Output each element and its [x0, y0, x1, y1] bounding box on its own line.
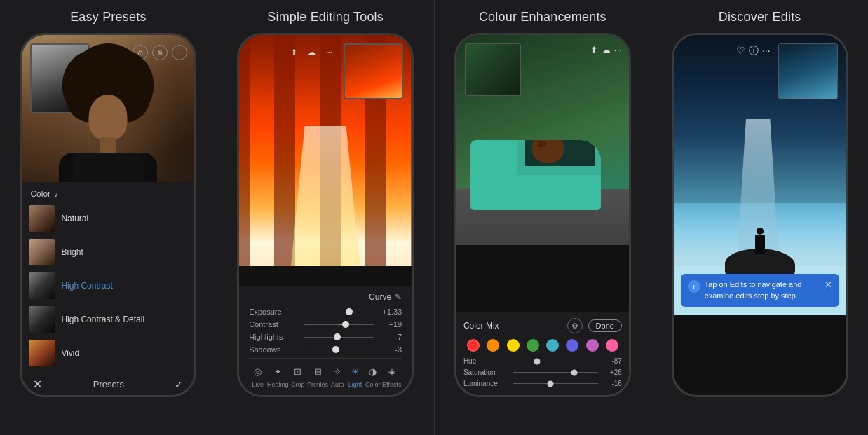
p3-settings-icon[interactable]: ⚙	[567, 318, 583, 333]
p3-more-icon[interactable]: ···	[614, 45, 622, 55]
p2-tool-effects[interactable]: ◈ Effects	[382, 363, 401, 388]
p1-face	[89, 95, 128, 140]
p3-dot-orange[interactable]	[487, 339, 499, 352]
p3-luminance-label: Luminance	[463, 380, 509, 387]
p1-more-icon[interactable]: ···	[172, 45, 187, 60]
p2-tool-live[interactable]: ◎ Live	[250, 363, 266, 388]
p3-luminance-row: Luminance -16	[463, 380, 622, 387]
p1-presets-label: Presets	[93, 379, 124, 389]
p3-dot-purple[interactable]	[586, 339, 599, 352]
p2-exposure-label: Exposure	[249, 308, 298, 316]
p1-preset-thumb-natural	[29, 205, 55, 232]
panel2-title: Simple Editing Tools	[217, 0, 434, 32]
p2-curve-header: Curve ✎	[249, 292, 402, 302]
p4-tooltip-info-icon: i	[688, 280, 700, 293]
p2-highlights-row: Highlights -7	[249, 333, 402, 341]
p3-thumbnail[interactable]	[465, 43, 521, 96]
p2-tool-crop[interactable]: ⊡ Crop	[290, 363, 306, 388]
p2-shadows-label: Shadows	[249, 345, 298, 354]
p1-preset-hcd[interactable]: High Contrast & Detail	[22, 303, 194, 336]
p4-tooltip-close-button[interactable]: ✕	[825, 279, 832, 290]
p2-curve-label: Curve	[369, 292, 391, 302]
p4-heart-icon[interactable]: ♡	[736, 45, 745, 57]
p4-more-icon[interactable]: ···	[762, 45, 771, 57]
p1-color-label: Color	[30, 189, 50, 199]
p2-tool-healing[interactable]: ✦ Healing	[267, 363, 289, 388]
p1-preset-thumb-bright	[29, 239, 55, 265]
p4-tooltip: i Tap on Edits to navigate and examine e…	[681, 274, 839, 307]
p3-share-icon[interactable]: ⬆	[590, 45, 598, 55]
p3-hue-track[interactable]	[513, 361, 598, 361]
p1-preset-name-hcd: High Contrast & Detail	[61, 315, 144, 324]
p2-contrast-value: +19	[379, 320, 402, 329]
p2-highlights-track[interactable]	[304, 337, 374, 338]
p3-saturation-track[interactable]	[513, 372, 598, 373]
p2-tool-color[interactable]: ◑ Color	[365, 363, 381, 388]
p2-profiles-icon: ⊞	[309, 363, 326, 380]
p2-contrast-track[interactable]	[304, 324, 374, 325]
p3-hue-value: -87	[602, 357, 622, 365]
p2-auto-icon: ✧	[329, 363, 346, 380]
p2-thumbnail[interactable]	[344, 43, 403, 99]
p3-dot-blue[interactable]	[566, 339, 578, 352]
p2-tool-profiles[interactable]: ⊞ Profiles	[307, 363, 328, 388]
p2-exposure-row: Exposure +1.33	[249, 308, 402, 316]
p2-shadows-track[interactable]	[304, 350, 374, 350]
p2-live-icon: ◎	[250, 363, 266, 380]
p2-crop-icon: ⊡	[290, 363, 306, 380]
p2-profiles-label: Profiles	[307, 381, 328, 388]
p2-tool-bar: ◎ Live ✦ Healing ⊡ Crop ⊞	[249, 358, 402, 391]
panel3-title: Colour Enhancements	[435, 0, 651, 32]
p1-bottom-bar: ✕ Presets ✓	[22, 373, 194, 395]
p1-preset-name-bright: Bright	[61, 247, 83, 257]
p3-luminance-value: -16	[602, 380, 622, 387]
p3-dot-green[interactable]	[527, 339, 539, 352]
p2-healing-label: Healing	[267, 381, 289, 388]
p1-confirm-button[interactable]: ✓	[175, 379, 183, 390]
p2-wifi-icon: ⬆	[287, 45, 301, 59]
screens-container: Easy Presets ⊙ ⊗ ···	[0, 0, 868, 435]
panel-simple-editing: Simple Editing Tools ⬆ ☁ ··· Curve ✎	[217, 0, 434, 435]
p1-neck	[100, 137, 116, 154]
p2-tool-auto[interactable]: ✧ Auto	[329, 363, 346, 388]
p3-done-button[interactable]: Done	[588, 319, 622, 332]
p4-info-icon[interactable]: ⓘ	[749, 45, 759, 57]
p1-preset-thumb-vivid	[29, 340, 55, 366]
p3-dot-pink[interactable]	[606, 339, 618, 352]
p1-preset-vivid[interactable]: Vivid	[22, 336, 194, 370]
p1-preset-name-natural: Natural	[61, 214, 88, 223]
p2-highlights-label: Highlights	[249, 333, 298, 341]
p2-main-photo: ⬆ ☁ ···	[239, 35, 412, 266]
p3-saturation-label: Saturation	[463, 368, 509, 376]
phone-mockup-3: ⬆ ☁ ··· Color Mix ⚙ Done	[454, 33, 631, 397]
p1-preset-bright[interactable]: Bright	[22, 235, 194, 269]
p2-color-icon: ◑	[365, 363, 381, 380]
p2-exposure-track[interactable]	[304, 312, 374, 312]
p2-highlights-value: -7	[379, 333, 402, 341]
p2-curve-icon[interactable]: ✎	[395, 292, 402, 302]
p1-cancel-button[interactable]: ✕	[33, 378, 42, 391]
p1-preset-thumb-hc	[29, 272, 55, 299]
p2-effects-label: Effects	[382, 381, 401, 388]
p2-more-icon[interactable]: ···	[322, 45, 336, 59]
p3-cloud-icon[interactable]: ☁	[602, 45, 611, 55]
p3-dot-red[interactable]	[467, 339, 480, 352]
p3-color-dots	[463, 339, 622, 352]
p3-dot-yellow[interactable]	[507, 339, 520, 352]
p3-luminance-track[interactable]	[513, 383, 598, 384]
p2-light-label: Light	[348, 381, 362, 388]
p2-tool-light[interactable]: ☀ Light	[347, 363, 364, 388]
panel1-title: Easy Presets	[0, 0, 217, 32]
p1-preset-natural[interactable]: Natural	[22, 202, 194, 235]
p4-icons-row: ♡ ⓘ ···	[736, 45, 771, 57]
p3-panel-title: Color Mix	[463, 321, 499, 331]
p3-hue-label: Hue	[463, 357, 509, 365]
p3-dot-teal[interactable]	[546, 339, 559, 352]
p2-crop-label: Crop	[291, 381, 305, 388]
p4-tooltip-icon-label: i	[693, 282, 694, 291]
p4-thumbnail[interactable]	[778, 43, 838, 99]
p1-preset-name-vivid: Vivid	[61, 348, 79, 358]
p2-contrast-label: Contrast	[249, 320, 298, 329]
p1-preset-high-contrast[interactable]: High Contrast	[22, 269, 194, 303]
p3-color-panel: Color Mix ⚙ Done	[456, 312, 629, 395]
